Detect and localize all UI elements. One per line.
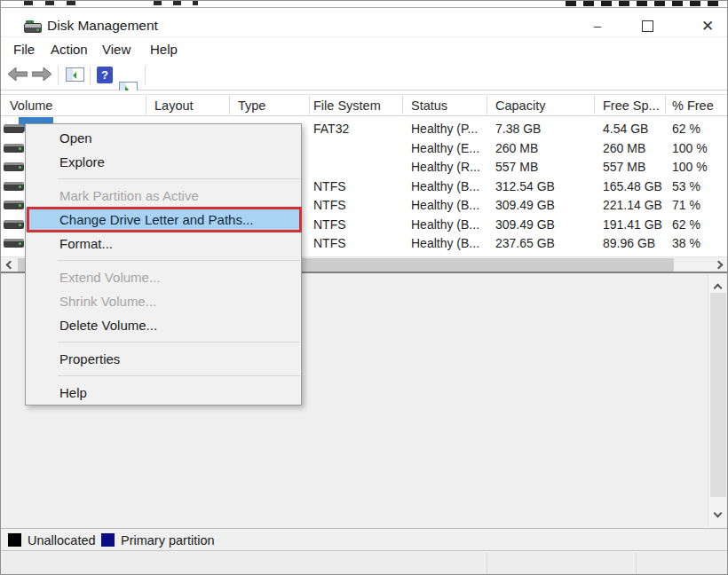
menu-separator: [58, 342, 300, 343]
column-header-status[interactable]: Status: [411, 98, 447, 113]
context-menu: Open Explore Mark Partition as Active Ch…: [25, 123, 302, 406]
menu-item-label: Change Drive Letter and Paths...: [59, 212, 253, 227]
cell-pct-free: 62 %: [672, 217, 700, 232]
menu-action[interactable]: Action: [51, 42, 88, 57]
menu-file[interactable]: File: [13, 42, 35, 57]
cell-pct-free: 53 %: [672, 179, 700, 193]
volume-drive-icon[interactable]: [4, 201, 24, 209]
cell-status: Healthy (B...: [411, 179, 479, 193]
column-header-pct-free[interactable]: % Free: [672, 98, 714, 113]
menu-item-mark-partition-active: Mark Partition as Active: [26, 184, 301, 208]
scroll-left-button[interactable]: [2, 257, 18, 272]
cell-status: Healthy (E...: [411, 141, 479, 155]
cell-file-system: NTFS: [313, 198, 346, 212]
cell-status: Healthy (R...: [411, 160, 480, 174]
cell-capacity: 7.38 GB: [495, 122, 541, 136]
menu-item-format[interactable]: Format...: [26, 232, 301, 256]
column-divider[interactable]: [309, 96, 310, 114]
minimize-button[interactable]: –: [582, 17, 613, 36]
menu-item-properties[interactable]: Properties: [26, 347, 301, 371]
column-divider[interactable]: [665, 96, 666, 114]
column-header-volume[interactable]: Volume: [10, 98, 52, 113]
maximize-button[interactable]: [642, 20, 653, 32]
cell-capacity: 309.49 GB: [495, 217, 555, 232]
cell-file-system: NTFS: [313, 217, 346, 232]
cell-capacity: 260 MB: [495, 141, 538, 155]
title-bar[interactable]: Disk Management – ✕: [1, 8, 728, 35]
status-bar-divider: [636, 553, 637, 574]
column-header-type[interactable]: Type: [238, 98, 265, 113]
cell-capacity: 312.54 GB: [495, 179, 555, 193]
column-divider[interactable]: [402, 96, 403, 114]
scroll-right-button[interactable]: [711, 257, 727, 272]
column-divider[interactable]: [229, 96, 230, 114]
volume-drive-icon[interactable]: [4, 220, 24, 229]
window-title: Disk Management: [47, 18, 158, 34]
column-header-capacity[interactable]: Capacity: [495, 98, 545, 113]
volume-drive-icon[interactable]: [4, 239, 24, 248]
column-header-free-space[interactable]: Free Sp...: [603, 98, 660, 113]
cell-status: Healthy (P...: [411, 122, 478, 136]
cell-pct-free: 38 %: [672, 236, 700, 250]
toolbar: ? ✓✓: [1, 61, 728, 91]
menu-item-change-drive-letter[interactable]: Change Drive Letter and Paths...: [26, 208, 301, 232]
menu-separator: [58, 178, 300, 179]
clipped-text-fragment: [154, 1, 198, 5]
column-header-layout[interactable]: Layout: [154, 98, 194, 113]
column-divider[interactable]: [146, 96, 146, 114]
menu-view[interactable]: View: [102, 42, 131, 57]
cell-file-system: NTFS: [313, 236, 346, 250]
cell-status: Healthy (B...: [411, 236, 479, 250]
column-header-file-system[interactable]: File System: [313, 98, 381, 113]
back-icon[interactable]: [8, 67, 28, 81]
help-icon[interactable]: ?: [97, 67, 113, 83]
volume-drive-icon[interactable]: [4, 124, 24, 133]
unallocated-swatch: [8, 533, 21, 547]
volume-list-header: Volume Layout Type File System Status Ca…: [1, 94, 728, 116]
cell-pct-free: 62 %: [672, 122, 700, 136]
vertical-scrollbar[interactable]: [708, 275, 727, 526]
clipped-text-fragment: [566, 1, 725, 6]
volume-drive-icon[interactable]: [4, 162, 24, 171]
cell-capacity: 557 MB: [495, 160, 538, 174]
cell-free-space: 4.54 GB: [603, 122, 648, 136]
menu-separator: [58, 375, 300, 376]
cell-free-space: 260 MB: [603, 141, 645, 155]
cell-pct-free: 100 %: [672, 160, 708, 174]
disk-management-window: Disk Management – ✕ File Action View Hel…: [0, 0, 728, 575]
column-divider[interactable]: [594, 96, 595, 114]
volume-drive-icon[interactable]: [4, 182, 24, 191]
cell-status: Healthy (B...: [411, 217, 479, 232]
column-divider[interactable]: [487, 96, 487, 114]
cell-file-system: FAT32: [313, 122, 349, 136]
menu-help[interactable]: Help: [150, 42, 178, 57]
menu-item-help[interactable]: Help: [26, 381, 301, 405]
close-button[interactable]: ✕: [696, 16, 719, 37]
cell-free-space: 191.41 GB: [603, 217, 662, 232]
menu-item-open[interactable]: Open: [26, 126, 301, 150]
clipped-text-fragment: [24, 1, 86, 5]
background-window-sliver: [1, 1, 728, 7]
cell-pct-free: 100 %: [672, 141, 708, 155]
forward-icon[interactable]: [32, 67, 51, 81]
cell-free-space: 165.48 GB: [603, 179, 662, 193]
cell-free-space: 221.14 GB: [603, 198, 662, 212]
vertical-scrollbar-thumb[interactable]: [710, 293, 726, 497]
menu-item-delete-volume[interactable]: Delete Volume...: [26, 313, 301, 337]
menu-bar: File Action View Help: [1, 36, 728, 61]
menu-item-shrink-volume: Shrink Volume...: [26, 289, 301, 313]
cell-free-space: 557 MB: [603, 160, 645, 174]
status-bar-divider: [487, 553, 487, 574]
disk-management-icon: [24, 20, 42, 35]
cell-status: Healthy (B...: [411, 198, 479, 212]
cell-pct-free: 71 %: [672, 198, 700, 212]
menu-item-explore[interactable]: Explore: [26, 150, 301, 174]
toolbar-separator: [90, 66, 91, 85]
legend-label-unallocated: Unallocated: [28, 533, 96, 547]
cell-free-space: 89.96 GB: [603, 236, 655, 250]
show-console-tree-icon[interactable]: [66, 67, 84, 82]
cell-capacity: 309.49 GB: [495, 198, 555, 212]
menu-item-extend-volume: Extend Volume...: [26, 265, 301, 289]
volume-drive-icon[interactable]: [4, 144, 24, 153]
scroll-down-button[interactable]: [708, 507, 728, 523]
